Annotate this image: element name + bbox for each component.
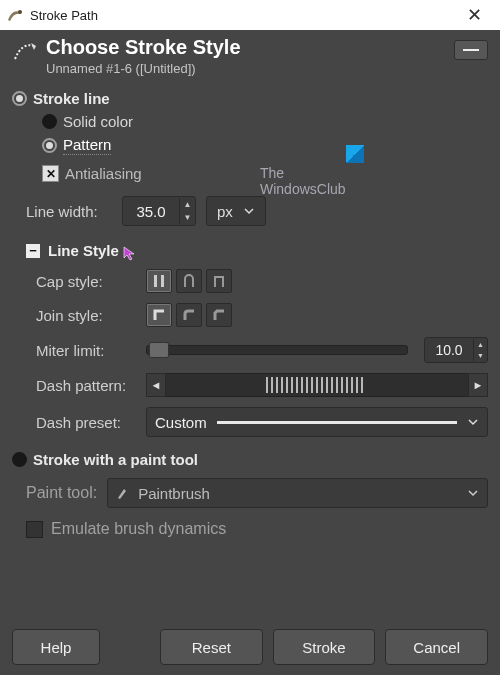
line-width-down[interactable]: ▼ [179, 211, 195, 224]
antialiasing-checkbox[interactable]: ✕ [42, 165, 59, 182]
cap-butt-button[interactable] [146, 269, 172, 293]
join-style-label: Join style: [36, 307, 136, 324]
chevron-down-icon [467, 416, 479, 428]
join-style-group [146, 303, 232, 327]
slider-thumb[interactable] [149, 342, 169, 358]
line-width-input[interactable]: ▲▼ [122, 196, 196, 226]
pattern-radio[interactable] [42, 138, 57, 153]
paint-tool-dropdown[interactable]: Paintbrush [107, 478, 488, 508]
line-width-label: Line width: [26, 203, 112, 220]
paint-tool-label: Paint tool: [26, 484, 97, 502]
dialog-subtitle: Unnamed #1-6 ([Untitled]) [46, 61, 241, 76]
chevron-down-icon [467, 487, 479, 499]
line-width-value[interactable] [123, 197, 179, 225]
antialiasing-label: Antialiasing [65, 165, 142, 182]
line-style-title: Line Style [48, 242, 119, 259]
stroke-line-radio[interactable] [12, 91, 27, 106]
stroke-button[interactable]: Stroke [273, 629, 376, 665]
dash-preset-dropdown[interactable]: Custom [146, 407, 488, 437]
svg-rect-2 [161, 275, 164, 287]
app-icon [6, 6, 24, 24]
stroke-icon [12, 38, 38, 64]
dash-prev-button[interactable]: ◄ [146, 373, 166, 397]
dash-preview [217, 421, 457, 424]
miter-down[interactable]: ▼ [473, 350, 487, 361]
emulate-dynamics-checkbox[interactable] [26, 521, 43, 538]
reset-button[interactable]: Reset [160, 629, 263, 665]
dash-pattern-editor[interactable]: ◄ ► [146, 373, 488, 397]
join-miter-button[interactable] [146, 303, 172, 327]
cancel-button[interactable]: Cancel [385, 629, 488, 665]
line-width-up[interactable]: ▲ [179, 198, 195, 211]
window-title: Stroke Path [30, 8, 98, 23]
dialog-title: Choose Stroke Style [46, 36, 241, 59]
miter-limit-input[interactable]: ▲▼ [424, 337, 488, 363]
cap-square-button[interactable] [206, 269, 232, 293]
paintbrush-icon [116, 486, 130, 500]
paint-tool-radio[interactable] [12, 452, 27, 467]
titlebar: Stroke Path ✕ [0, 0, 500, 30]
stroke-line-title: Stroke line [33, 90, 110, 107]
miter-limit-label: Miter limit: [36, 342, 136, 359]
line-style-expander[interactable]: − [26, 244, 40, 258]
dash-preset-value: Custom [155, 414, 207, 431]
join-round-button[interactable] [176, 303, 202, 327]
dash-pattern-label: Dash pattern: [36, 377, 136, 394]
svg-rect-1 [154, 275, 157, 287]
dash-next-button[interactable]: ► [468, 373, 488, 397]
pattern-label: Pattern [63, 136, 111, 155]
svg-point-0 [18, 10, 22, 14]
cursor-icon [122, 245, 138, 261]
cap-style-group [146, 269, 232, 293]
solid-color-label: Solid color [63, 113, 133, 130]
paint-tool-title: Stroke with a paint tool [33, 451, 198, 468]
stroke-path-dialog: Stroke Path ✕ Choose Stroke Style Unname… [0, 0, 500, 675]
dash-canvas[interactable] [166, 373, 468, 397]
join-bevel-button[interactable] [206, 303, 232, 327]
menu-button[interactable] [454, 40, 488, 60]
chevron-down-icon [243, 205, 255, 217]
solid-color-radio[interactable] [42, 114, 57, 129]
line-width-unit: px [217, 203, 233, 220]
miter-limit-slider[interactable] [146, 345, 408, 355]
cap-round-button[interactable] [176, 269, 202, 293]
emulate-dynamics-label: Emulate brush dynamics [51, 520, 226, 538]
cap-style-label: Cap style: [36, 273, 136, 290]
close-button[interactable]: ✕ [454, 4, 494, 26]
miter-limit-value[interactable] [425, 341, 473, 359]
line-width-unit-dropdown[interactable]: px [206, 196, 266, 226]
paint-tool-value: Paintbrush [138, 485, 459, 502]
dash-preset-label: Dash preset: [36, 414, 136, 431]
help-button[interactable]: Help [12, 629, 100, 665]
miter-up[interactable]: ▲ [473, 339, 487, 350]
